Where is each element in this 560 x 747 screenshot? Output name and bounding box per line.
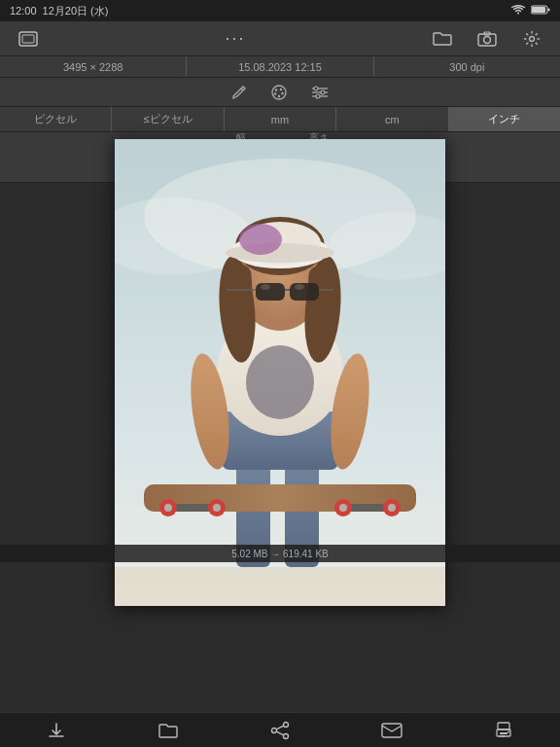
svg-rect-66: [115, 139, 445, 606]
tab-cm[interactable]: cm: [336, 107, 448, 131]
image-canvas[interactable]: [115, 139, 445, 606]
download-button[interactable]: [41, 715, 72, 746]
tab-inch[interactable]: インチ: [449, 107, 560, 131]
folder-save-button[interactable]: [153, 715, 184, 746]
unit-tabs: ピクセル ≤ピクセル mm cm インチ: [0, 107, 560, 132]
svg-point-18: [314, 87, 318, 90]
svg-point-11: [280, 88, 282, 89]
svg-rect-4: [22, 35, 34, 43]
svg-point-19: [321, 90, 325, 94]
layers-icon[interactable]: [16, 26, 41, 52]
wifi-icon: [511, 5, 525, 17]
svg-rect-76: [500, 735, 505, 737]
svg-point-67: [283, 722, 288, 727]
pencil-icon[interactable]: [231, 85, 247, 100]
tab-mm[interactable]: mm: [225, 107, 336, 131]
svg-point-13: [274, 92, 276, 94]
svg-point-77: [508, 730, 509, 732]
folder-icon[interactable]: [430, 26, 455, 52]
svg-point-68: [271, 728, 276, 732]
status-time: 12:00: [10, 5, 37, 17]
datetime-info: 15.08.2023 12:15: [187, 56, 373, 77]
svg-rect-73: [498, 723, 509, 729]
camera-icon[interactable]: [474, 26, 500, 52]
svg-rect-5: [478, 34, 496, 46]
more-options-icon[interactable]: ···: [225, 28, 245, 49]
main-image-area: 5.02 MB → 619.41 KB: [0, 183, 560, 562]
mail-button[interactable]: [376, 715, 407, 746]
svg-point-69: [283, 733, 288, 738]
svg-rect-72: [382, 724, 402, 737]
svg-point-20: [316, 94, 320, 98]
resolution-info: 3495 × 2288: [0, 56, 187, 77]
palette-icon[interactable]: [270, 84, 288, 101]
battery-icon: [531, 5, 550, 17]
svg-point-10: [275, 89, 277, 90]
print-button[interactable]: [488, 715, 519, 746]
svg-point-8: [529, 36, 534, 41]
bottom-toolbar: [0, 712, 560, 747]
adjust-icon[interactable]: [311, 86, 329, 99]
file-info-bar: 5.02 MB → 619.41 KB: [0, 545, 560, 562]
share-button[interactable]: [264, 715, 296, 746]
tab-pixels[interactable]: ピクセル: [0, 107, 112, 131]
info-bar: 3495 × 2288 15.08.2023 12:15 300 dpi: [0, 56, 560, 78]
status-date: 12月20日 (水): [43, 4, 109, 18]
svg-point-12: [281, 91, 283, 93]
top-toolbar: ···: [0, 21, 560, 56]
edit-toolbar: [0, 78, 560, 107]
dpi-info: 300 dpi: [374, 56, 560, 77]
svg-line-70: [276, 726, 283, 729]
svg-rect-2: [532, 7, 545, 13]
svg-rect-75: [500, 732, 508, 734]
tab-max-pixels[interactable]: ≤ピクセル: [112, 107, 224, 131]
gear-icon[interactable]: [519, 26, 544, 52]
svg-point-6: [483, 36, 490, 43]
svg-rect-1: [547, 9, 549, 12]
svg-line-71: [276, 731, 283, 735]
status-bar: 12:00 12月20日 (水): [0, 0, 560, 21]
svg-point-14: [278, 94, 280, 96]
